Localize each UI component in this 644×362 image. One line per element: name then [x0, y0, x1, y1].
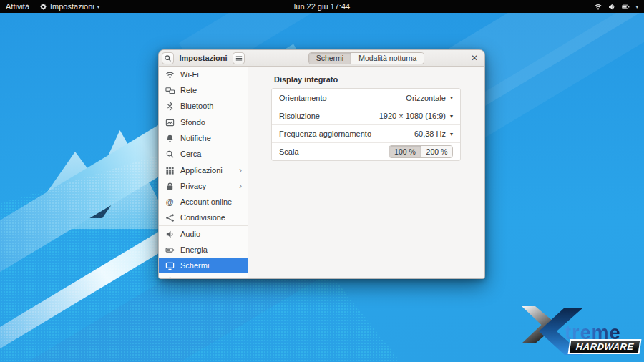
dropdown-value: 60,38 Hz — [414, 129, 446, 138]
lock-icon — [165, 182, 175, 191]
activities-button[interactable]: Attività — [6, 2, 29, 11]
sidebar-item-account-online[interactable]: @ Account online — [159, 194, 248, 210]
sidebar-item-energia[interactable]: Energia — [159, 242, 248, 258]
wifi-icon — [165, 70, 175, 79]
sidebar-item-notifiche[interactable]: Notifiche — [159, 130, 248, 146]
row-label: Frequenza aggiornamento — [279, 129, 414, 138]
orientation-row[interactable]: Orientamento Orizzontale ▾ — [272, 89, 460, 107]
chevron-right-icon: › — [239, 182, 242, 190]
sidebar-item-wifi[interactable]: Wi-Fi — [159, 67, 248, 82]
bluetooth-icon — [165, 102, 175, 111]
logo-hardware-text: HARDWARE — [575, 342, 634, 351]
bell-icon — [165, 134, 175, 143]
close-button[interactable]: ✕ — [471, 50, 478, 66]
tab-schermi[interactable]: Schermi — [309, 53, 351, 64]
sidebar-item-mouse-e-touchpad[interactable]: Mouse e touchpad — [159, 273, 248, 279]
share-icon — [165, 213, 175, 222]
sidebar-item-label: Audio — [180, 230, 242, 238]
chevron-down-icon: ▾ — [97, 4, 100, 9]
display-settings-card: Orientamento Orizzontale ▾ Risoluzione 1… — [271, 88, 461, 161]
orientation-dropdown[interactable]: Orizzontale ▾ — [406, 94, 453, 102]
hamburger-menu-icon — [235, 55, 243, 62]
chevron-down-icon: ▾ — [450, 94, 453, 101]
monitor-icon — [165, 261, 175, 270]
hamburger-menu-button[interactable] — [233, 52, 245, 64]
dropdown-value: 1920 × 1080 (16:9) — [379, 112, 446, 120]
sidebar-item-condivisione[interactable]: Condivisione — [159, 210, 248, 225]
sidebar-item-audio[interactable]: Audio — [159, 226, 248, 242]
search-icon — [165, 150, 175, 159]
scale-100-button[interactable]: 100 % — [389, 146, 421, 157]
battery-icon — [165, 245, 175, 255]
xtreme-hardware-watermark: treme HARDWARE — [522, 305, 642, 356]
resolution-dropdown[interactable]: 1920 × 1080 (16:9) ▾ — [379, 112, 453, 120]
apps-grid-icon — [165, 166, 175, 175]
sidebar-item-label: Cerca — [180, 150, 242, 158]
refresh-rate-dropdown[interactable]: 60,38 Hz ▾ — [414, 129, 453, 138]
speaker-icon — [165, 230, 175, 239]
sidebar-item-label: Notifiche — [180, 134, 242, 142]
system-status-area[interactable]: ▾ — [594, 3, 644, 11]
settings-sidebar: Wi-Fi Rete — [159, 67, 248, 279]
search-icon — [164, 54, 172, 62]
sidebar-item-label: Bluetooth — [180, 102, 242, 110]
sidebar-item-label: Schermi — [180, 261, 242, 270]
settings-window: Impostazioni Schermi Modalità notturna ✕ — [158, 49, 485, 279]
gnome-top-bar: Attività Impostazioni ▾ lun 22 giu 17:44 — [0, 0, 644, 13]
sidebar-item-label: Privacy — [180, 182, 233, 190]
at-icon: @ — [165, 198, 175, 206]
window-title: Impostazioni — [174, 54, 233, 62]
sidebar-item-label: Account online — [180, 197, 242, 206]
sidebar-item-schermi[interactable]: Schermi — [159, 258, 248, 273]
scale-row: Scala 100 % 200 % — [272, 142, 460, 160]
sidebar-item-label: Wi-Fi — [180, 70, 242, 79]
app-menu-button[interactable]: Impostazioni ▾ — [39, 2, 99, 11]
chevron-down-icon: ▾ — [450, 113, 453, 119]
logo-hardware-bar: HARDWARE — [568, 339, 642, 354]
network-icon — [165, 86, 175, 95]
refresh-rate-row[interactable]: Frequenza aggiornamento 60,38 Hz ▾ — [272, 124, 460, 142]
background-icon — [165, 118, 175, 127]
sidebar-item-label: Applicazioni — [180, 166, 233, 175]
sidebar-item-privacy[interactable]: Privacy › — [159, 178, 248, 194]
scale-200-button[interactable]: 200 % — [421, 146, 452, 157]
app-menu-label: Impostazioni — [50, 2, 94, 11]
close-icon: ✕ — [471, 53, 478, 63]
volume-icon — [608, 3, 616, 11]
sidebar-item-cerca[interactable]: Cerca — [159, 146, 248, 162]
sidebar-item-applicazioni[interactable]: Applicazioni › — [159, 162, 248, 178]
gear-icon — [39, 3, 47, 11]
sidebar-item-label: Rete — [180, 86, 242, 94]
chevron-right-icon: › — [239, 166, 242, 175]
dropdown-value: Orizzontale — [406, 94, 446, 102]
titlebar[interactable]: Impostazioni Schermi Modalità notturna ✕ — [159, 50, 484, 67]
sidebar-item-label: Mouse e touchpad — [180, 277, 242, 279]
mouse-icon — [165, 277, 175, 280]
chevron-down-icon: ▾ — [450, 131, 453, 137]
desktop: treme HARDWARE Attività Impostazioni ▾ l… — [0, 0, 644, 362]
scale-segmented-control: 100 % 200 % — [389, 145, 453, 158]
sidebar-item-label: Energia — [180, 245, 242, 254]
tab-modalita-notturna[interactable]: Modalità notturna — [351, 53, 424, 64]
sidebar-item-sfondo[interactable]: Sfondo — [159, 114, 248, 130]
wifi-icon — [594, 3, 602, 11]
row-label: Orientamento — [279, 94, 406, 102]
sidebar-item-label: Condivisione — [180, 213, 242, 222]
main-header: Schermi Modalità notturna ✕ — [248, 50, 484, 66]
sidebar-item-rete[interactable]: Rete — [159, 82, 248, 98]
row-label: Risoluzione — [279, 112, 379, 120]
sidebar-header: Impostazioni — [159, 50, 248, 66]
display-settings-panel: Display integrato Orientamento Orizzonta… — [248, 67, 484, 279]
section-title: Display integrato — [274, 75, 338, 84]
sidebar-item-label: Sfondo — [180, 118, 242, 127]
resolution-row[interactable]: Risoluzione 1920 × 1080 (16:9) ▾ — [272, 107, 460, 124]
battery-icon — [621, 3, 630, 11]
chevron-down-icon: ▾ — [635, 4, 638, 9]
sidebar-item-bluetooth[interactable]: Bluetooth — [159, 98, 248, 114]
view-switcher: Schermi Modalità notturna — [308, 52, 425, 64]
row-label: Scala — [279, 147, 389, 156]
search-button[interactable] — [162, 52, 174, 64]
